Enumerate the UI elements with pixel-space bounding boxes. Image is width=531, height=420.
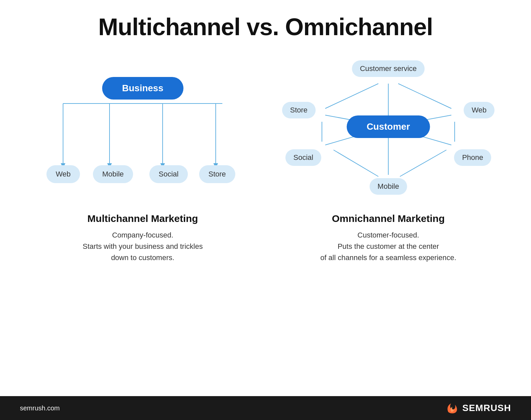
business-node: Business (102, 77, 184, 100)
omni-mobile-node: Mobile (370, 178, 407, 195)
multichannel-title: Multichannel Marketing (30, 213, 256, 224)
page-title: Multichannel vs. Omnichannel (98, 13, 433, 40)
omnichannel-diagram: Customer Customer service Store Web Soci… (275, 57, 501, 196)
semrush-icon (446, 403, 459, 413)
omnichannel-text: Customer-focused. Puts the customer at t… (275, 230, 501, 263)
semrush-logo: SEMRUSH (446, 403, 511, 413)
omni-web-node: Web (464, 102, 494, 118)
svg-line-19 (334, 150, 378, 176)
diagrams-row: Business Web Mobile Social Store (20, 57, 511, 196)
mc-mobile-node: Mobile (93, 165, 133, 183)
omni-store-node: Store (282, 102, 316, 118)
omnichannel-title: Omnichannel Marketing (275, 213, 501, 224)
svg-line-16 (398, 84, 451, 108)
descriptions-row: Multichannel Marketing Company-focused. … (20, 213, 511, 263)
semrush-brand-text: SEMRUSH (462, 403, 511, 413)
omni-social-node: Social (285, 149, 321, 166)
omnichannel-description: Omnichannel Marketing Customer-focused. … (275, 213, 501, 263)
main-content: Multichannel vs. Omnichannel Business We… (0, 0, 531, 396)
footer: semrush.com SEMRUSH (0, 396, 531, 420)
mc-social-node: Social (149, 165, 188, 183)
multichannel-diagram: Business Web Mobile Social Store (30, 64, 256, 190)
omni-phone-node: Phone (454, 149, 491, 166)
multichannel-text: Company-focused. Starts with your busine… (30, 230, 256, 263)
footer-url: semrush.com (20, 404, 60, 412)
mc-web-node: Web (46, 165, 80, 183)
multichannel-description: Multichannel Marketing Company-focused. … (30, 213, 256, 263)
customer-node: Customer (347, 115, 430, 138)
mc-store-node: Store (199, 165, 235, 183)
svg-line-15 (325, 84, 378, 108)
omni-customer-service-node: Customer service (352, 60, 424, 77)
svg-line-20 (400, 150, 446, 176)
